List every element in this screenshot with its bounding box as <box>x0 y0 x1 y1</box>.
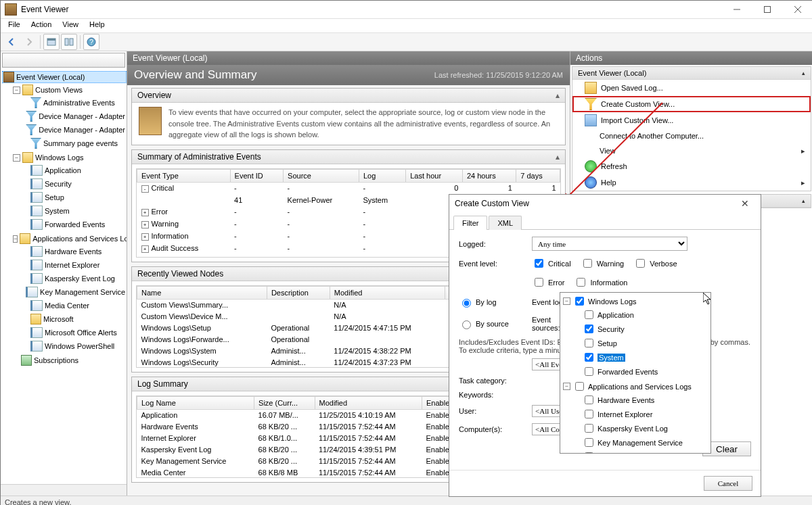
dt-item[interactable]: Hardware Events <box>572 393 709 406</box>
cancel-button[interactable]: Cancel <box>704 476 752 491</box>
maximize-button[interactable] <box>752 1 782 18</box>
tree-item[interactable]: Summary page events <box>21 137 127 149</box>
overview-text: To view events that have occurred on you… <box>168 107 558 141</box>
action-item[interactable]: Import Custom View... <box>572 112 811 128</box>
event-viewer-window: Event Viewer File Action View Help ? Eve… <box>0 0 812 505</box>
dt-item[interactable]: System <box>572 351 709 364</box>
check-error[interactable]: Error <box>532 276 564 289</box>
check-information[interactable]: Information <box>574 276 627 289</box>
collapse-icon[interactable]: − <box>13 235 18 243</box>
dt-item[interactable]: Security <box>572 322 709 335</box>
col-header[interactable]: Modified <box>330 286 445 299</box>
collapse-icon[interactable]: − <box>13 87 20 94</box>
dt-windows-logs[interactable]: −Windows Logs <box>563 295 709 308</box>
tree-item[interactable]: Setup <box>21 191 127 203</box>
dt-item[interactable]: Forwarded Events <box>572 365 709 378</box>
tree-custom-views[interactable]: −Custom Views <box>12 84 127 96</box>
tree-hscroll[interactable] <box>1 484 127 496</box>
toolbar-button-b[interactable] <box>61 34 77 50</box>
tree-header <box>2 53 125 68</box>
col-header[interactable]: Name <box>137 286 267 299</box>
tree-item[interactable]: Microsoft <box>21 313 127 325</box>
tree-item[interactable]: Key Management Service <box>21 286 127 298</box>
tree-item[interactable]: Media Center <box>21 299 127 312</box>
action-item[interactable]: Open Saved Log... <box>572 80 811 96</box>
dt-item[interactable]: Key Management Service <box>572 436 709 449</box>
tree-item[interactable]: Kaspersky Event Log <box>21 272 127 285</box>
tree-item[interactable]: Application <box>21 164 127 176</box>
tree-item[interactable]: System <box>21 205 127 217</box>
forward-button[interactable] <box>21 34 37 50</box>
table-row[interactable]: -Critical---011 <box>137 182 560 194</box>
console-tree[interactable]: Event Viewer (Local) −Custom Views Admin… <box>1 69 127 484</box>
tree-item[interactable]: Administrative Events <box>21 97 127 109</box>
eventlogs-dropdown-tree[interactable]: −Windows Logs ApplicationSecuritySetupSy… <box>560 292 711 454</box>
actions-group-1[interactable]: Event Viewer (Local)▴ <box>572 67 811 80</box>
col-header[interactable]: Source <box>284 169 359 182</box>
titlebar[interactable]: Event Viewer <box>1 1 812 19</box>
check-warning[interactable]: Warning <box>581 257 625 270</box>
tree-app-services[interactable]: −Applications and Services Logs <box>12 233 127 245</box>
chevron-up-icon[interactable]: ▴ <box>556 152 560 162</box>
minimize-button[interactable] <box>721 1 752 18</box>
check-verbose[interactable]: Verbose <box>633 257 677 270</box>
tree-item[interactable]: Forwarded Events <box>21 218 127 231</box>
col-header[interactable]: Description <box>267 286 330 299</box>
col-header[interactable]: Modified <box>315 396 422 409</box>
tree-item[interactable]: Security <box>21 178 127 190</box>
col-header[interactable]: 24 hours <box>462 169 516 182</box>
dt-app-services[interactable]: −Applications and Services Logs <box>563 380 709 393</box>
tree-item[interactable]: Microsoft Office Alerts <box>21 327 127 339</box>
col-header[interactable]: Log Name <box>137 396 254 409</box>
tree-subscriptions[interactable]: Subscriptions <box>12 354 127 366</box>
label-logged: Logged: <box>459 240 532 248</box>
menu-file[interactable]: File <box>3 19 25 32</box>
action-item[interactable]: Create Custom View... <box>572 96 811 112</box>
dialog-close-button[interactable]: ✕ <box>735 198 755 209</box>
menu-action[interactable]: Action <box>26 19 57 32</box>
svg-rect-3 <box>65 39 68 45</box>
check-critical[interactable]: Critical <box>532 257 571 270</box>
collapse-icon[interactable]: − <box>13 154 20 162</box>
dt-item[interactable]: Kaspersky Event Log <box>572 422 709 435</box>
tree-item[interactable]: Internet Explorer <box>21 259 127 271</box>
dialog-titlebar[interactable]: Create Custom View ✕ <box>449 195 761 212</box>
col-header[interactable]: Size (Curr... <box>254 396 315 409</box>
close-button[interactable] <box>782 1 812 18</box>
radio-by-log[interactable]: By log <box>459 297 532 308</box>
tree-item[interactable]: Device Manager - Adapter <box>21 124 127 136</box>
back-button[interactable] <box>3 34 20 50</box>
tree-item[interactable]: Windows PowerShell <box>21 340 127 352</box>
chevron-up-icon[interactable]: ▴ <box>556 91 560 100</box>
tab-xml[interactable]: XML <box>489 216 522 230</box>
menu-view[interactable]: View <box>58 19 83 32</box>
dt-item[interactable]: Internet Explorer <box>572 408 709 420</box>
radio-by-source[interactable]: By source <box>459 318 532 329</box>
menu-help[interactable]: Help <box>85 19 110 32</box>
tree-item[interactable]: Hardware Events <box>21 245 127 258</box>
help-button[interactable]: ? <box>83 34 99 50</box>
menu-bar: File Action View Help <box>1 19 812 33</box>
svg-rect-4 <box>70 39 73 45</box>
dt-item[interactable]: Media Center <box>572 450 709 454</box>
action-item[interactable]: View▸ <box>572 143 811 158</box>
logged-select[interactable]: Any time <box>532 237 687 251</box>
tree-windows-logs[interactable]: −Windows Logs <box>12 151 127 164</box>
col-header[interactable]: Log <box>359 169 405 182</box>
action-item[interactable]: Connect to Another Computer... <box>572 128 811 143</box>
col-header[interactable]: Last hour <box>406 169 463 182</box>
tree-item[interactable]: Device Manager - Adapter <box>21 110 127 122</box>
action-item[interactable]: Refresh <box>572 158 811 174</box>
col-header[interactable]: Event ID <box>230 169 284 182</box>
col-header[interactable]: 7 days <box>516 169 560 182</box>
folder-icon <box>30 314 41 324</box>
tree-root[interactable]: Event Viewer (Local) <box>2 71 127 83</box>
dt-item[interactable]: Application <box>572 308 709 321</box>
action-item[interactable]: Help▸ <box>572 174 811 191</box>
tab-filter[interactable]: Filter <box>453 216 487 230</box>
dt-item[interactable]: Setup <box>572 337 709 350</box>
toolbar-button-a[interactable] <box>43 34 60 50</box>
col-header[interactable]: Event Type <box>137 169 231 182</box>
overview-title: Overview and Summary <box>134 68 256 82</box>
dialog-title: Create Custom View <box>455 199 735 208</box>
